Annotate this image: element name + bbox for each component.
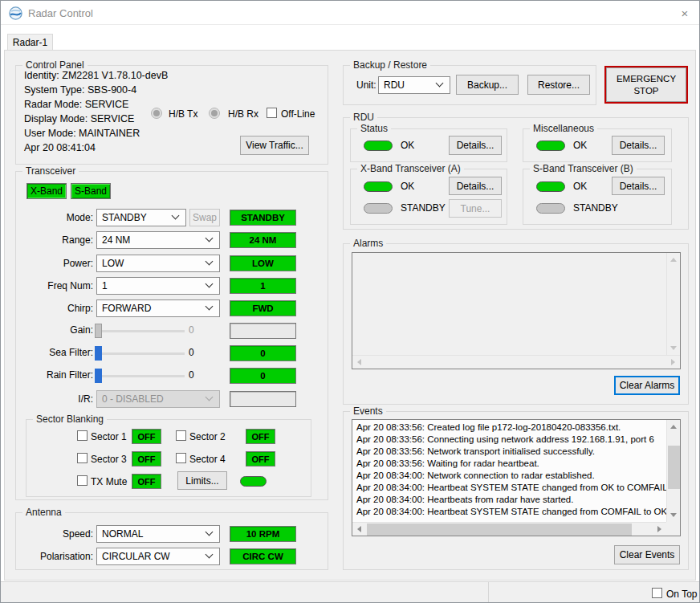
radar-control-window: Radar Control × Radar-1 Control Panel Id… [0,0,700,603]
limits-button[interactable]: Limits... [177,471,227,490]
s-band-button[interactable]: S-Band [71,183,111,199]
alarms-list[interactable] [352,252,681,369]
sband-details-button[interactable]: Details... [612,177,665,195]
rdu-status-details-button[interactable]: Details... [449,136,502,155]
events-text-area: Apr 20 08:33:56: Created log file p172-l… [352,422,666,523]
event-item[interactable]: Apr 20 08:34:00: Network connection to r… [352,470,666,482]
chirp-select[interactable]: FORWARD [96,299,220,317]
on-top-checkbox[interactable] [652,588,662,598]
scroll-left-icon[interactable] [357,359,361,365]
offline-checkbox[interactable] [267,108,277,118]
alarms-group: Alarms Clear Alarms [343,243,689,405]
hb-tx-led-icon [151,108,162,119]
range-select[interactable]: 24 NM [96,231,220,249]
gain-value: 0 [189,324,194,336]
sea-filter-slider-thumb[interactable] [95,346,102,361]
restore-button[interactable]: Restore... [527,75,590,95]
tab-radar-1[interactable]: Radar-1 [7,34,53,51]
ir-label: I/R: [19,393,93,405]
emergency-stop-button[interactable]: EMERGENCY STOP [606,67,686,102]
clear-alarms-button[interactable]: Clear Alarms [614,376,680,395]
rdu-misc-details-button[interactable]: Details... [612,136,665,155]
events-horizontal-scrollbar[interactable] [352,522,666,536]
clear-events-button[interactable]: Clear Events [614,545,680,564]
range-label: Range: [19,234,93,246]
scroll-up-icon[interactable] [670,258,677,262]
scroll-up-icon[interactable] [670,425,677,429]
scroll-right-icon[interactable] [671,359,675,365]
power-select[interactable]: LOW [96,255,220,272]
sband-transceiver-group: S-Band Transceiver (B) OK Details... STA… [523,169,672,225]
mode-value: STANDBY [102,212,147,223]
ir-select[interactable]: 0 - DISABLED [96,390,220,408]
speed-label: Speed: [19,528,93,540]
rain-filter-slider-thumb[interactable] [95,369,102,383]
control-panel-group: Control Panel Identity: ZM2281 V1.78.10-… [15,65,328,165]
scroll-down-icon[interactable] [670,513,677,517]
event-item[interactable]: Apr 20 08:33:56: Network transport initi… [352,446,666,458]
alarms-title: Alarms [350,238,386,250]
unit-select[interactable]: RDU [378,76,450,94]
tx-mute-status-display: OFF [132,474,161,489]
rdu-misc-led [536,141,565,151]
chevron-down-icon [206,258,214,266]
xband-standby-led [364,203,393,214]
sector-3-checkbox[interactable] [77,453,88,463]
close-button[interactable]: × [670,1,699,25]
backup-restore-title: Backup / Restore [350,59,430,71]
gain-slider[interactable] [96,330,185,332]
freq-num-select[interactable]: 1 [96,277,220,295]
swap-button[interactable]: Swap [189,209,220,226]
sband-ok-label: OK [573,181,587,192]
gain-slider-thumb[interactable] [95,324,102,338]
polarisation-select[interactable]: CIRCULAR CW [96,548,220,565]
identity-line: Identity: ZM2281 V1.78.10-devB [24,70,168,81]
event-item[interactable]: Apr 20 08:33:56: Waiting for radar heart… [352,458,666,470]
x-band-button[interactable]: X-Band [26,183,67,199]
sector-1-checkbox[interactable] [77,430,88,441]
events-hscroll-thumb[interactable] [367,524,632,536]
events-vertical-scrollbar[interactable] [666,420,680,522]
alarms-horizontal-scrollbar[interactable] [352,355,680,369]
emergency-stop-line1: EMERGENCY [617,73,676,85]
event-item[interactable]: Apr 20 08:33:56: Connecting using networ… [352,434,666,446]
unit-value: RDU [384,79,405,91]
scroll-left-icon[interactable] [357,526,361,532]
tx-mute-checkbox[interactable] [77,475,88,486]
xband-details-button[interactable]: Details... [449,177,502,195]
sector-2-checkbox[interactable] [176,430,186,441]
events-title: Events [350,405,386,418]
event-item[interactable]: Apr 20 08:33:56: Created log file p172-l… [352,422,666,434]
sector-1-status-display: OFF [132,429,161,444]
freq-num-status-display: 1 [230,278,296,294]
rain-filter-value: 0 [189,369,194,381]
polarisation-label: Polarisation: [19,551,93,562]
sband-transceiver-title: S-Band Transceiver (B) [530,163,637,175]
sector-4-checkbox[interactable] [176,453,186,463]
xband-tune-button[interactable]: Tune... [449,199,502,218]
scroll-down-icon[interactable] [670,346,677,350]
chirp-status-display: FWD [230,300,296,316]
hb-tx-label: H/B Tx [169,108,197,120]
rain-filter-slider[interactable] [96,375,185,377]
sea-filter-slider[interactable] [96,352,185,355]
speed-select[interactable]: NORMAL [96,525,220,543]
scroll-right-icon[interactable] [657,526,661,532]
sband-standby-led [536,203,565,214]
speed-status-display: 10 RPM [230,526,296,542]
rdu-status-led [364,141,393,151]
chevron-down-icon [206,234,214,242]
events-vscroll-thumb[interactable] [668,446,680,489]
rdu-status-ok-label: OK [401,140,414,151]
alarms-vertical-scrollbar[interactable] [666,253,680,355]
event-item[interactable]: Apr 20 08:34:00: Heartbeat SYSTEM STATE … [352,506,666,518]
backup-button[interactable]: Backup... [456,75,519,95]
event-item[interactable]: Apr 20 08:34:00: Heartbeats from radar h… [352,494,666,506]
emergency-stop-line2: STOP [633,85,658,97]
mode-select[interactable]: STANDBY [96,209,186,226]
ir-status-display [230,391,296,407]
view-traffic-button[interactable]: View Traffic... [240,136,309,155]
event-item[interactable]: Apr 20 08:34:00: Heartbeat SYSTEM STATE … [352,482,666,494]
chevron-down-icon [206,303,214,311]
events-list[interactable]: Apr 20 08:33:56: Created log file p172-l… [352,419,681,536]
